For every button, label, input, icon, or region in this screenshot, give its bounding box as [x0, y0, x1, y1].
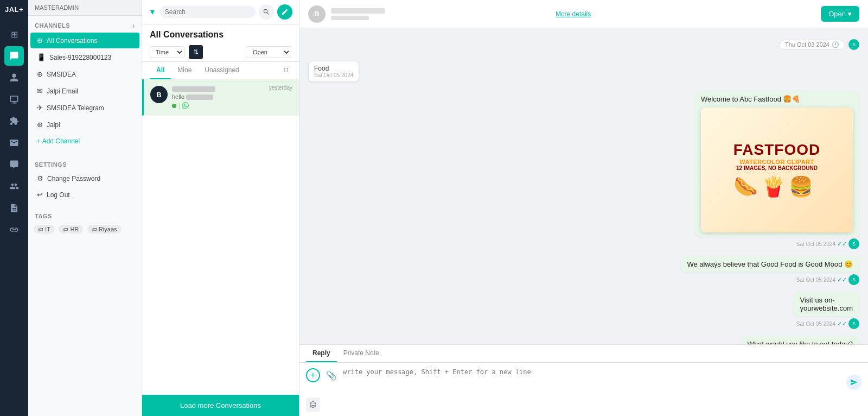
time-text: Sat Oct 05 2024	[796, 241, 835, 247]
tag-it[interactable]: IT	[34, 225, 55, 234]
double-check-icon-2: ✓✓	[837, 276, 847, 283]
search-input[interactable]	[165, 8, 250, 16]
channel-item-sales[interactable]: 📱 Sales-919228000123	[30, 49, 139, 65]
conversation-item[interactable]: B hello | yesterday	[142, 79, 299, 116]
filter-icon[interactable]: ▼	[149, 8, 156, 16]
sidebar-icon-speech[interactable]	[4, 155, 24, 174]
fastfood-sub2: 12 IMAGES, NO BACKGROUND	[733, 165, 820, 171]
food-label-text: Food	[314, 65, 353, 72]
sender-avatar-3: S	[848, 318, 859, 329]
smsidea-icon: ⊕	[37, 70, 43, 78]
channel-item-telegram[interactable]: ✈ SMSIDEA Telegram	[30, 100, 139, 116]
channels-collapse-icon[interactable]: ›	[132, 21, 135, 30]
sidebar-icon-puzzle[interactable]	[4, 111, 24, 131]
compose-button[interactable]	[277, 4, 292, 20]
reply-send-button[interactable]	[846, 375, 861, 390]
sidebar-icon-mail[interactable]	[4, 133, 24, 153]
chat-contact-sub	[331, 16, 369, 20]
message-bubble-2: We always believe that Good Food is Good…	[680, 256, 859, 273]
change-password-item[interactable]: ⚙ Change Password	[30, 171, 139, 186]
sort-by-select[interactable]: Time Name	[150, 46, 184, 58]
sidebar-icon-doc[interactable]	[4, 198, 24, 218]
tags-container: IT HR Riyaas	[28, 222, 142, 237]
left-sidebar: JAL+ ⊞	[0, 0, 28, 416]
open-button[interactable]: Open ▾	[821, 6, 859, 22]
whatsapp-icon	[182, 102, 189, 110]
tag-riyaas[interactable]: Riyaas	[87, 225, 122, 234]
sidebar-icon-link[interactable]	[4, 220, 24, 239]
message-good-food: We always believe that Good Food is Good…	[308, 256, 859, 285]
channel-item-label: Jalpi Email	[47, 87, 78, 95]
reply-input[interactable]	[343, 368, 842, 386]
fastfood-image-container: FASTFOOD WATERCOLOR CLIPART 12 IMAGES, N…	[701, 108, 853, 232]
user-label: MASTERADMIN	[28, 0, 142, 16]
search-wrapper	[159, 6, 256, 18]
sort-direction-button[interactable]: ⇅	[189, 45, 203, 59]
conversations-list: B hello | yesterday	[142, 79, 299, 395]
conv-name	[172, 85, 269, 92]
channel-item-smsidea[interactable]: ⊕ SMSIDEA	[30, 66, 139, 82]
sales-icon: 📱	[37, 53, 46, 61]
add-channel-button[interactable]: + Add Channel	[30, 134, 139, 149]
conv-status-bar: |	[172, 102, 269, 110]
food-label-date: Sat Oct 05 2024	[314, 72, 353, 78]
message-time-2: Sat Oct 05 2024 ✓✓ S	[796, 274, 859, 285]
load-more-button[interactable]: Load more Conversations	[142, 395, 299, 416]
message-bubble-3: Visit us on-yourwebsite.com	[793, 292, 859, 317]
reply-tabs: Reply Private Note	[299, 345, 868, 363]
sidebar-icon-monitor[interactable]	[4, 90, 24, 109]
chat-messages: Thu Oct 03 2024 🕐 S Food Sat Oct 05 2024…	[299, 28, 868, 344]
reply-area: Reply Private Note + 📎	[299, 344, 868, 416]
change-password-label: Change Password	[47, 175, 100, 182]
fastfood-image: FASTFOOD WATERCOLOR CLIPART 12 IMAGES, N…	[701, 108, 853, 232]
reply-attach-button[interactable]: 📎	[324, 368, 339, 382]
channel-item-label: SMSIDEA Telegram	[47, 104, 104, 112]
sidebar-icon-user[interactable]	[4, 68, 24, 87]
time-text-2: Sat Oct 05 2024	[796, 277, 835, 283]
status-filter-select[interactable]: Open Resolved Pending	[246, 46, 291, 58]
tags-section-title: TAGS	[28, 207, 142, 222]
channel-item-all[interactable]: ⊕ All Conversations	[30, 33, 139, 48]
message-text-4: What would you like to eat today?	[748, 340, 853, 344]
sender-avatar-2: S	[848, 274, 859, 285]
tab-unassigned[interactable]: Unassigned	[198, 62, 245, 79]
emoji-tool-button[interactable]	[306, 398, 320, 412]
channel-item-jalpi[interactable]: ⊕ Jalpi	[30, 117, 139, 133]
tab-mine[interactable]: Mine	[171, 62, 198, 79]
app-logo: JAL+	[5, 5, 23, 14]
sidebar-icon-chat[interactable]	[4, 46, 24, 66]
conversation-count: 11	[283, 67, 289, 73]
channel-item-jalpi-email[interactable]: ✉ Jalpi Email	[30, 83, 139, 99]
reply-input-area: + 📎	[299, 363, 868, 395]
open-chevron-icon: ▾	[848, 10, 852, 18]
channel-item-label: SMSIDEA	[47, 71, 76, 78]
message-text-3: Visit us on-yourwebsite.com	[800, 296, 853, 312]
reply-add-button[interactable]: +	[306, 368, 320, 382]
message-bubble: Welcome to Abc Fastfood 🍔🍕 FASTFOOD WATE…	[694, 91, 859, 237]
tag-hr[interactable]: HR	[59, 225, 83, 234]
burger-emoji: 🍔	[789, 175, 813, 198]
tab-private-note[interactable]: Private Note	[337, 345, 386, 362]
more-details-link[interactable]: More details	[556, 10, 591, 18]
search-button[interactable]	[259, 4, 274, 20]
logout-item[interactable]: ↩ Log Out	[30, 187, 139, 203]
sidebar-icon-group[interactable]	[4, 177, 24, 196]
chat-contact-avatar: B	[308, 5, 326, 23]
sidebar-icon-grid[interactable]: ⊞	[4, 24, 24, 44]
logout-label: Log Out	[47, 191, 70, 199]
chat-header-info	[331, 8, 550, 20]
date-chip-text: Thu Oct 03 2024	[785, 41, 829, 48]
preview-blurred	[186, 94, 213, 100]
conversations-tabs: All Mine Unassigned 11	[142, 62, 299, 79]
agent-avatar-indicator: S	[848, 39, 859, 50]
jalpi-email-icon: ✉	[37, 87, 43, 95]
tab-reply[interactable]: Reply	[306, 345, 337, 362]
message-text: Welcome to Abc Fastfood 🍔🍕	[701, 95, 853, 103]
reply-toolbar	[299, 395, 868, 416]
settings-section-title: SETTINGS	[28, 156, 142, 170]
fastfood-title: FASTFOOD	[733, 142, 820, 159]
tab-all[interactable]: All	[150, 62, 171, 79]
telegram-icon: ✈	[37, 104, 43, 112]
food-label-container: Food Sat Oct 05 2024	[308, 61, 859, 82]
message-text-2: We always believe that Good Food is Good…	[687, 260, 853, 268]
